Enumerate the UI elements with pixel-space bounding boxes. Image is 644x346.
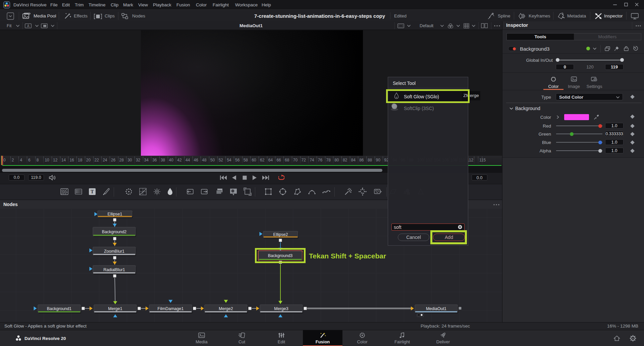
svg-text:Merge3: Merge3 <box>274 306 288 311</box>
svg-text:Merge1: Merge1 <box>108 306 122 311</box>
svg-text:Background2: Background2 <box>102 230 127 234</box>
svg-text:Ellipse1: Ellipse1 <box>108 212 122 216</box>
svg-text:Merge2: Merge2 <box>219 306 233 311</box>
svg-text:RadialBlur1: RadialBlur1 <box>103 267 125 272</box>
svg-text:ZoomBlur1: ZoomBlur1 <box>104 249 124 254</box>
svg-text:MediaOut1: MediaOut1 <box>426 306 446 311</box>
svg-text:FilmDamage1: FilmDamage1 <box>158 306 184 311</box>
svg-text:Background1: Background1 <box>47 306 72 311</box>
svg-text:Ellipse2: Ellipse2 <box>273 232 288 237</box>
